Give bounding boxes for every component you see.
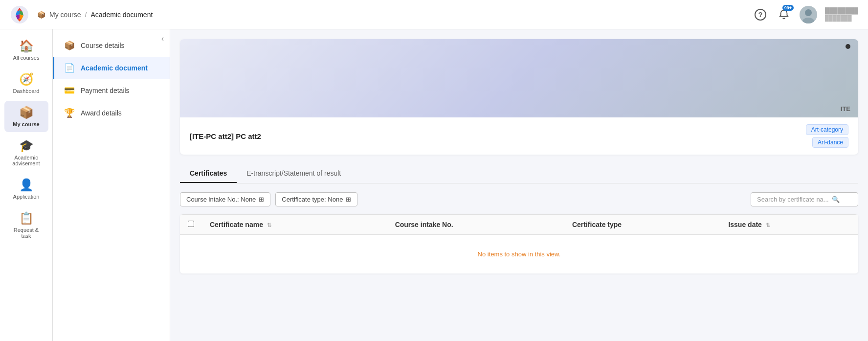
sidebar-collapse-button[interactable]: ‹	[161, 34, 164, 43]
no-items-message: No items to show in this view.	[188, 241, 850, 268]
sort-icon-issue-date[interactable]: ⇅	[766, 222, 770, 228]
filter-certificate-type-icon: ⊞	[346, 196, 351, 203]
course-title: [ITE-PC att2] PC att2	[190, 132, 261, 140]
banner-dot	[846, 44, 850, 49]
trophy-icon: 🏆	[64, 108, 75, 118]
course-tag-1: Art-dance	[812, 137, 848, 148]
search-placeholder: Search by certificate na...	[757, 196, 829, 203]
course-tags: Art-category Art-dance	[806, 124, 848, 148]
menu-label-award-details: Award details	[81, 109, 122, 117]
search-box[interactable]: Search by certificate na... 🔍	[751, 192, 858, 206]
course-info-row: [ITE-PC att2] PC att2 Art-category Art-d…	[180, 117, 858, 155]
search-icon: 🔍	[832, 196, 840, 203]
top-header: 📦 My course / Academic document ? 99+	[0, 0, 868, 29]
breadcrumb-link[interactable]: My course	[49, 11, 81, 19]
tab-certificates[interactable]: Certificates	[180, 164, 237, 183]
menu-label-academic-document: Academic document	[81, 64, 148, 72]
academic-icon: 🎓	[19, 139, 34, 153]
col-certificate-type: Certificate type	[564, 215, 720, 235]
main-content: ITE [ITE-PC att2] PC att2 Art-category A…	[170, 29, 868, 341]
sidebar-item-all-courses[interactable]: 🏠 All courses	[4, 34, 48, 66]
nav-label-all-courses: All courses	[13, 55, 40, 61]
menu-item-award-details[interactable]: 🏆 Award details	[53, 102, 170, 124]
user-role: ███████	[825, 15, 858, 22]
sidebar: ‹ 📦 Course details 📄 Academic document 💳…	[53, 29, 170, 341]
filter-course-intake-icon: ⊞	[259, 196, 264, 203]
menu-item-course-details[interactable]: 📦 Course details	[53, 34, 170, 57]
course-card: ITE [ITE-PC att2] PC att2 Art-category A…	[180, 39, 858, 155]
home-icon: 🏠	[19, 39, 34, 53]
nav-label-application: Application	[13, 194, 40, 200]
left-nav: 🏠 All courses 🧭 Dashboard 📦 My course 🎓 …	[0, 29, 53, 341]
sidebar-item-dashboard[interactable]: 🧭 Dashboard	[4, 68, 48, 99]
main-layout: 🏠 All courses 🧭 Dashboard 📦 My course 🎓 …	[0, 29, 868, 341]
user-name: ████████	[825, 7, 858, 15]
sidebar-item-application[interactable]: 👤 Application	[4, 173, 48, 205]
user-info: ████████ ███████	[825, 7, 858, 22]
col-certificate-name-label: Certificate name	[210, 221, 263, 228]
user-avatar[interactable]	[800, 6, 817, 23]
breadcrumb-separator: /	[85, 11, 87, 19]
menu-item-academic-document[interactable]: 📄 Academic document	[53, 57, 170, 79]
sidebar-item-academic-advisement[interactable]: 🎓 Academic advisement	[4, 134, 48, 171]
nav-label-my-course: My course	[13, 121, 39, 127]
header-actions: ? 99+ ████████ ███████	[753, 6, 858, 23]
svg-point-4	[805, 9, 812, 16]
col-course-intake-no: Course intake No.	[387, 215, 564, 235]
col-course-intake-label: Course intake No.	[395, 221, 453, 228]
col-checkbox	[180, 215, 202, 235]
tab-e-transcript[interactable]: E-transcript/Statement of result	[237, 164, 351, 183]
svg-text:?: ?	[758, 11, 763, 19]
col-issue-date-label: Issue date	[728, 221, 761, 228]
filter-course-intake[interactable]: Course intake No.: None ⊞	[180, 192, 270, 206]
mycourse-icon: 📦	[19, 106, 34, 119]
empty-row: No items to show in this view.	[180, 235, 858, 274]
col-certificate-name: Certificate name ⇅	[202, 215, 387, 235]
filter-course-intake-label: Course intake No.: None	[186, 196, 256, 203]
course-tag-0: Art-category	[806, 124, 848, 135]
col-certificate-type-label: Certificate type	[572, 221, 622, 228]
filter-certificate-type[interactable]: Certificate type: None ⊞	[275, 192, 357, 206]
filters-row: Course intake No.: None ⊞ Certificate ty…	[180, 192, 858, 206]
certificates-table-wrapper: Certificate name ⇅ Course intake No. Cer…	[180, 214, 858, 273]
application-icon: 👤	[19, 178, 34, 192]
request-task-icon: 📋	[19, 211, 34, 225]
breadcrumb-current: Academic document	[90, 11, 153, 19]
course-banner: ITE	[180, 39, 858, 117]
notification-button[interactable]: 99+	[776, 7, 792, 23]
menu-label-payment-details: Payment details	[81, 87, 130, 94]
col-issue-date: Issue date ⇅	[720, 215, 858, 235]
notification-badge: 99+	[782, 5, 794, 11]
sidebar-item-my-course[interactable]: 📦 My course	[4, 101, 48, 132]
nav-label-academic: Academic advisement	[8, 155, 45, 166]
nav-label-request-task: Request & task	[8, 227, 45, 239]
menu-item-payment-details[interactable]: 💳 Payment details	[53, 79, 170, 102]
banner-label: ITE	[841, 105, 850, 113]
sidebar-item-request-task[interactable]: 📋 Request & task	[4, 206, 48, 244]
certificates-table: Certificate name ⇅ Course intake No. Cer…	[180, 214, 858, 273]
logo[interactable]	[10, 5, 29, 24]
breadcrumb-icon: 📦	[37, 11, 45, 19]
menu-label-course-details: Course details	[81, 42, 125, 49]
help-button[interactable]: ?	[753, 7, 768, 23]
breadcrumb: 📦 My course / Academic document	[37, 11, 753, 19]
cube-icon: 📦	[64, 40, 75, 51]
sort-icon-certificate-name[interactable]: ⇅	[267, 222, 271, 228]
filter-certificate-type-label: Certificate type: None	[282, 196, 343, 203]
nav-label-dashboard: Dashboard	[13, 88, 40, 94]
tabs-row: Certificates E-transcript/Statement of r…	[180, 164, 858, 183]
dashboard-icon: 🧭	[19, 72, 34, 86]
select-all-checkbox[interactable]	[188, 221, 194, 227]
document-icon: 📄	[64, 63, 75, 73]
payment-icon: 💳	[64, 85, 75, 96]
